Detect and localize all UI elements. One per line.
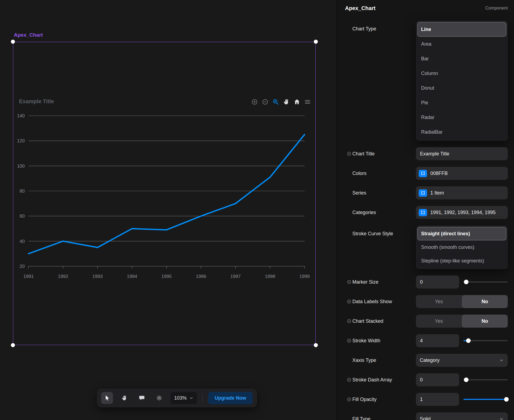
selection-zoom-icon[interactable] [272, 98, 279, 105]
stroke-dash-array-slider[interactable] [463, 373, 508, 386]
array-icon [419, 189, 427, 197]
row-chart-type: Chart Type Line Area Bar Column Donut Pi… [345, 21, 508, 141]
row-chart-title: Chart Title [345, 147, 508, 160]
stroke-width-input[interactable] [416, 334, 459, 347]
hand-tool-button[interactable] [118, 392, 130, 404]
svg-text:1992: 1992 [58, 274, 68, 279]
colors-value: 008FFB [430, 171, 448, 176]
zoom-level-dropdown[interactable]: 103% [171, 392, 197, 404]
design-canvas[interactable]: Apex_Chart 20406080100120140199119921993… [0, 0, 337, 420]
chevron-down-icon [499, 416, 504, 420]
zoom-out-icon[interactable] [262, 98, 269, 105]
svg-text:120: 120 [17, 138, 25, 143]
categories-value: 1991, 1992, 1993, 1994, 1995 [430, 210, 496, 215]
array-icon [419, 170, 427, 177]
stroke-curve-option-straight[interactable]: Straight (direct lines) [417, 227, 506, 240]
row-series: Series 1 Item [345, 186, 508, 199]
svg-text:1996: 1996 [196, 274, 206, 279]
chart-stacked-toggle: Yes No [416, 315, 508, 328]
chart-type-option-bar[interactable]: Bar [417, 51, 506, 66]
colors-array-field[interactable]: 008FFB [416, 167, 508, 180]
row-stroke-width: Stroke Width [345, 334, 508, 347]
add-circle-icon[interactable] [347, 151, 352, 156]
chart-stacked-label: Chart Stacked [352, 318, 383, 325]
home-icon[interactable] [293, 98, 300, 105]
selection-box[interactable]: 2040608010012014019911992199319941995199… [13, 42, 316, 345]
series-array-field[interactable]: 1 Item [416, 186, 508, 199]
data-labels-yes[interactable]: Yes [416, 295, 462, 308]
pan-icon[interactable] [283, 98, 290, 105]
xaxis-type-value: Category [420, 358, 440, 363]
stroke-dash-array-label: Stroke Dash Array [352, 376, 392, 383]
upgrade-now-button[interactable]: Upgrade Now [208, 392, 253, 404]
chart-type-option-pie[interactable]: Pie [417, 95, 506, 110]
svg-text:1993: 1993 [92, 274, 103, 279]
frame-label[interactable]: Apex_Chart [14, 32, 43, 38]
chart-toolbar [251, 98, 311, 105]
row-colors: Colors 008FFB [345, 167, 508, 180]
chart-type-option-donut[interactable]: Donut [417, 81, 506, 95]
xaxis-type-select[interactable]: Category [416, 354, 508, 367]
svg-text:80: 80 [20, 189, 25, 194]
add-circle-icon[interactable] [347, 377, 352, 382]
comment-tool-button[interactable] [136, 392, 148, 404]
stroke-curve-option-smooth[interactable]: Smooth (smooth curves) [417, 240, 506, 254]
add-circle-icon[interactable] [347, 319, 352, 324]
chart-title-input[interactable] [416, 147, 508, 160]
categories-label: Categories [352, 209, 376, 216]
toolbar-divider [202, 394, 203, 402]
row-marker-size: Marker Size [345, 275, 508, 289]
data-labels-no[interactable]: No [462, 295, 508, 308]
menu-icon[interactable] [304, 98, 311, 105]
svg-text:40: 40 [20, 239, 25, 244]
stroke-width-label: Stroke Width [352, 337, 380, 344]
chart-type-option-radar[interactable]: Radar [417, 110, 506, 125]
svg-text:60: 60 [20, 214, 25, 219]
comment-icon [139, 395, 145, 401]
theme-tool-button[interactable] [153, 392, 165, 404]
marker-size-input[interactable] [416, 275, 459, 289]
chevron-down-icon [189, 396, 193, 400]
fill-type-value: Solid [420, 416, 431, 420]
app-root: Apex_Chart 20406080100120140199119921993… [0, 0, 514, 420]
fill-opacity-slider[interactable] [463, 393, 508, 406]
row-xaxis-type: Xaxis Type Category [345, 354, 508, 367]
zoom-level-value: 103% [174, 395, 187, 401]
stroke-curve-option-stepline[interactable]: Stepline (step-like segments) [417, 254, 506, 268]
chart-type-options-list: Line Area Bar Column Donut Pie Radar Rad… [416, 21, 508, 141]
chart-stacked-yes[interactable]: Yes [416, 315, 462, 328]
row-stroke-curve-style: Stroke Curve Style Straight (direct line… [345, 225, 508, 269]
chart-type-option-area[interactable]: Area [417, 37, 506, 51]
properties-panel: Apex_Chart Component Chart Type Line Are… [337, 0, 514, 420]
add-circle-icon[interactable] [347, 397, 352, 402]
categories-array-field[interactable]: 1991, 1992, 1993, 1994, 1995 [416, 206, 508, 219]
chart-type-option-column[interactable]: Column [417, 66, 506, 81]
add-circle-icon[interactable] [347, 299, 352, 304]
data-labels-show-toggle: Yes No [416, 295, 508, 308]
svg-text:1998: 1998 [265, 274, 275, 279]
xaxis-type-label: Xaxis Type [352, 357, 376, 364]
row-categories: Categories 1991, 1992, 1993, 1994, 1995 [345, 206, 508, 219]
chevron-down-icon [499, 358, 504, 363]
fill-type-select[interactable]: Solid [416, 412, 508, 420]
select-tool-button[interactable] [101, 392, 113, 404]
stroke-curve-style-label: Stroke Curve Style [352, 230, 393, 237]
chart-type-label: Chart Type [352, 25, 376, 32]
chart-stacked-no[interactable]: No [462, 315, 508, 328]
hand-icon [121, 395, 128, 401]
chart-type-option-line[interactable]: Line [417, 22, 506, 37]
stroke-dash-array-input[interactable] [416, 373, 459, 386]
chart-type-option-radialbar[interactable]: RadialBar [417, 125, 506, 139]
zoom-in-icon[interactable] [251, 98, 258, 105]
row-data-labels-show: Data Labels Show Yes No [345, 295, 508, 308]
stroke-width-slider[interactable] [463, 334, 508, 347]
marker-size-slider[interactable] [463, 275, 508, 289]
component-badge: Component [485, 6, 508, 11]
canvas-toolbar: 103% Upgrade Now [97, 389, 257, 407]
fill-opacity-input[interactable] [416, 393, 459, 406]
series-label: Series [352, 189, 366, 196]
svg-text:1995: 1995 [161, 274, 172, 279]
panel-title: Apex_Chart [345, 5, 375, 11]
add-circle-icon[interactable] [347, 338, 352, 343]
add-circle-icon[interactable] [347, 280, 352, 284]
